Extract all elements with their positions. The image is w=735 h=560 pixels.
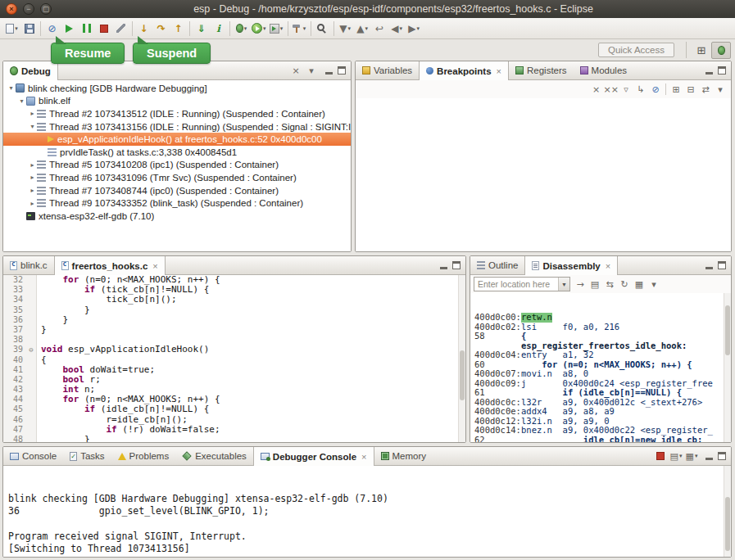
breakpoints-empty-area[interactable]	[356, 98, 731, 251]
line-number[interactable]: 46	[3, 415, 26, 425]
drop-to-frame-button[interactable]: ⇓	[193, 20, 210, 38]
minimize-view-icon[interactable]	[706, 267, 713, 269]
minimize-view-icon[interactable]	[440, 267, 447, 269]
tab-freertos-hooks-c[interactable]: freertos_hooks.c×	[54, 256, 166, 275]
debug-tree-item[interactable]: ▸Thread #6 1073431096 (Tmr Svc) (Suspend…	[3, 171, 351, 184]
disassembly-listing[interactable]: 400d0c00:retw.n400d0c02:lsi f0, a0, 2165…	[470, 293, 731, 442]
tree-expand-icon[interactable]: ▸	[28, 161, 37, 169]
remove-all-breakpoints-button[interactable]: ××	[604, 82, 619, 97]
close-tab-icon[interactable]: ×	[497, 66, 501, 76]
remove-all-terminated-button[interactable]: ×	[288, 63, 303, 78]
minimize-view-icon[interactable]	[325, 72, 333, 75]
tab-modules[interactable]: Modules	[574, 61, 633, 79]
run-button[interactable]: ▾	[250, 20, 268, 38]
editor-scrollbar[interactable]	[458, 275, 465, 442]
line-number[interactable]: 40	[3, 355, 26, 365]
debug-tree-item[interactable]: ▾blink checking [GDB Hardware Debugging]	[3, 82, 351, 95]
line-number[interactable]: 42	[3, 375, 26, 385]
close-tab-icon[interactable]: ×	[606, 261, 610, 271]
debug-tree-item[interactable]: esp_vApplicationIdleHook() at freertos_h…	[3, 133, 351, 146]
tree-expand-icon[interactable]: ▸	[28, 174, 37, 181]
tab-outline[interactable]: Outline	[470, 256, 524, 274]
debug-tree-item[interactable]: ▾Thread #3 1073413156 (IDLE : Running) (…	[3, 120, 351, 133]
maximize-view-icon[interactable]	[718, 261, 726, 269]
debug-tree-item[interactable]: prvIdleTask() at tasks.c:3,338 0x400845d…	[3, 146, 351, 159]
line-number[interactable]: 44	[3, 395, 26, 404]
search-button[interactable]	[314, 20, 331, 38]
line-number[interactable]: 37	[3, 325, 26, 335]
save-button[interactable]	[20, 20, 38, 38]
tree-expand-icon[interactable]: ▸	[28, 110, 37, 117]
remove-selected-breakpoints-button[interactable]: ×	[589, 82, 604, 97]
minimize-view-icon[interactable]	[706, 72, 713, 75]
step-into-button[interactable]: ↓	[135, 20, 152, 38]
window-maximize-button[interactable]: ▢	[40, 3, 52, 15]
resume-button[interactable]	[61, 20, 78, 38]
tab-tasks[interactable]: Tasks	[63, 447, 111, 465]
tree-expand-icon[interactable]: ▸	[28, 187, 37, 194]
show-breakpoints-supported-button[interactable]: ▿	[619, 82, 633, 97]
window-close-button[interactable]: ×	[6, 3, 17, 15]
tab-executables[interactable]: Executables	[175, 447, 253, 465]
debug-launch-tree[interactable]: ▾blink checking [GDB Hardware Debugging]…	[3, 80, 351, 251]
expand-all-button[interactable]: ⊞	[669, 82, 683, 97]
minimize-view-icon[interactable]	[706, 458, 713, 460]
quick-access-field[interactable]: Quick Access	[598, 43, 674, 57]
go-to-file-for-breakpoint-button[interactable]: ↳	[633, 82, 648, 97]
line-number[interactable]: 45	[3, 404, 26, 414]
fold-marker-icon[interactable]: ⊖	[26, 345, 37, 355]
close-tab-icon[interactable]: ×	[152, 261, 157, 271]
maximize-view-icon[interactable]	[452, 261, 461, 269]
line-number[interactable]: 43	[3, 385, 26, 395]
tab-debugger-console[interactable]: Debugger Console×	[253, 447, 374, 466]
dropdown-arrow-icon[interactable]: ▾	[399, 25, 402, 32]
view-menu-button[interactable]: ▾	[304, 63, 319, 78]
tree-expand-icon[interactable]: ▾	[28, 123, 37, 130]
line-number[interactable]: 47	[3, 425, 26, 435]
suspend-button[interactable]	[78, 20, 95, 38]
last-edit-location-button[interactable]: ↩	[371, 20, 388, 38]
line-number[interactable]: 35	[3, 305, 26, 315]
next-annotation-button[interactable]: ▼▾	[337, 20, 354, 38]
sync-with-active-context-button[interactable]: ⇆	[602, 277, 617, 291]
line-number[interactable]: 34	[3, 295, 26, 305]
dropdown-arrow-icon[interactable]: ▾	[280, 25, 284, 32]
show-opcodes-button[interactable]: ▦	[632, 277, 647, 291]
disassembly-scrollbar[interactable]	[724, 293, 731, 442]
dropdown-arrow-icon[interactable]: ▾	[303, 25, 306, 32]
tab-disassembly[interactable]: Disassembly×	[524, 256, 618, 275]
tab-console[interactable]: Console	[3, 447, 63, 465]
navigate-to-address-button[interactable]: →	[573, 277, 588, 291]
location-dropdown-icon[interactable]: ▼	[558, 278, 569, 291]
editor-scrollbar-thumb[interactable]	[460, 350, 465, 400]
line-number[interactable]: 38	[3, 335, 26, 345]
show-source-button[interactable]: ▤	[588, 277, 602, 291]
console-scrollbar-thumb[interactable]	[725, 497, 730, 552]
maximize-view-icon[interactable]	[718, 66, 726, 75]
debug-tree-item[interactable]: ▾blink.elf	[3, 95, 351, 108]
disconnect-button[interactable]	[112, 20, 129, 38]
back-button[interactable]: ◀▾	[388, 20, 406, 38]
console-scrollbar[interactable]	[724, 466, 731, 557]
tab-blink-c[interactable]: blink.c	[3, 256, 54, 274]
skip-all-breakpoints-button[interactable]: ⊘	[648, 82, 663, 97]
code-editor-area[interactable]: 32 for (n=0; n<MAX_HOOKS; n++) {33 if (t…	[3, 275, 465, 442]
terminate-button[interactable]	[95, 20, 112, 38]
tab-debug[interactable]: Debug	[3, 61, 58, 80]
dropdown-arrow-icon[interactable]: ▾	[365, 25, 368, 32]
tab-memory[interactable]: Memory	[374, 447, 433, 465]
disassembly-scrollbar-thumb[interactable]	[725, 305, 730, 356]
open-perspective-button[interactable]: ⊞	[692, 42, 711, 59]
dropdown-arrow-icon[interactable]: ▾	[679, 453, 683, 459]
view-menu-button[interactable]: ▾	[647, 277, 661, 291]
tree-expand-icon[interactable]: ▾	[17, 97, 26, 105]
tree-expand-icon[interactable]: ▸	[28, 200, 37, 207]
link-with-debug-view-button[interactable]: ⇄	[698, 82, 713, 97]
dropdown-arrow-icon[interactable]: ▾	[347, 25, 351, 32]
forward-button[interactable]: ▶▾	[406, 20, 423, 38]
tab-problems[interactable]: Problems	[111, 447, 176, 465]
tab-registers[interactable]: Registers	[509, 61, 574, 79]
tab-breakpoints[interactable]: Breakpoints×	[419, 61, 509, 80]
debugger-console-output[interactable]: blink checking [GDB Hardware Debugging] …	[3, 466, 731, 557]
collapse-all-button[interactable]: ⊟	[683, 82, 698, 97]
